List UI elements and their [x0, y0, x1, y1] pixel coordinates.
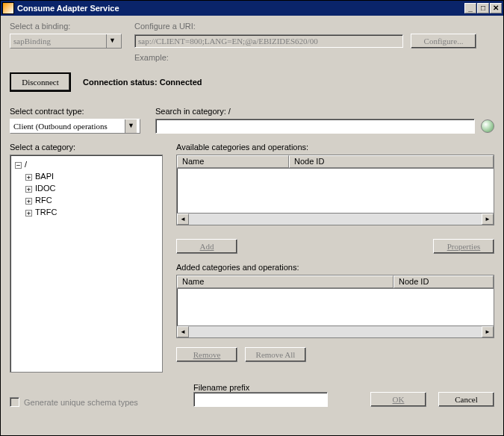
expand-icon[interactable]: + — [25, 186, 32, 193]
expand-icon[interactable]: + — [25, 174, 32, 181]
filename-prefix-field[interactable] — [193, 392, 328, 407]
go-icon[interactable] — [481, 119, 494, 133]
minimize-button[interactable]: _ — [464, 3, 476, 13]
add-button: Add — [176, 239, 237, 254]
select-binding-label: Select a binding: — [10, 22, 125, 31]
tree-node[interactable]: +TRFC — [25, 206, 159, 218]
filename-prefix-label: Filename prefix — [193, 383, 328, 392]
maximize-button[interactable]: □ — [477, 3, 489, 13]
scroll-left-icon[interactable]: ◄ — [177, 326, 189, 337]
column-name[interactable]: Name — [177, 275, 393, 288]
tree-root[interactable]: −/ +BAPI +IDOC +RFC +TRFC — [15, 158, 159, 218]
added-label: Added categories and operations: — [176, 263, 494, 272]
window-title: Consume Adapter Service — [17, 4, 461, 13]
search-category-label: Search in category: / — [155, 107, 494, 116]
unique-schema-checkbox — [10, 397, 19, 407]
titlebar: Consume Adapter Service _ □ ✕ — [1, 1, 503, 16]
scroll-right-icon[interactable]: ► — [482, 326, 494, 337]
column-node-id[interactable]: Node ID — [289, 155, 494, 168]
remove-all-button: Remove All — [245, 347, 306, 362]
category-tree[interactable]: −/ +BAPI +IDOC +RFC +TRFC — [10, 155, 163, 373]
properties-button: Properties — [433, 239, 494, 254]
scrollbar[interactable]: ◄ ► — [177, 213, 494, 225]
available-listview[interactable]: Name Node ID ◄ ► — [176, 155, 494, 225]
expand-icon[interactable]: + — [25, 198, 32, 205]
scroll-left-icon[interactable]: ◄ — [177, 214, 189, 225]
ok-button: OK — [370, 392, 426, 407]
configure-uri-label: Configure a URI: — [134, 22, 494, 31]
chevron-down-icon: ▼ — [106, 34, 118, 48]
configure-button: Configure... — [411, 34, 476, 49]
tree-node[interactable]: +BAPI — [25, 170, 159, 182]
scrollbar[interactable]: ◄ ► — [177, 326, 494, 337]
window: Consume Adapter Service _ □ ✕ Select a b… — [0, 0, 504, 436]
select-contract-label: Select contract type: — [10, 107, 140, 116]
uri-field — [134, 34, 403, 48]
available-label: Available categories and operations: — [176, 143, 494, 152]
cancel-button[interactable]: Cancel — [438, 392, 494, 407]
disconnect-button[interactable]: Disconnect — [10, 72, 71, 92]
column-node-id[interactable]: Node ID — [393, 275, 494, 288]
binding-combo: ▼ — [10, 34, 122, 49]
generate-unique-label: Generate unique schema types — [24, 398, 138, 407]
tree-node[interactable]: +RFC — [25, 194, 159, 206]
collapse-icon[interactable]: − — [15, 162, 22, 169]
search-input[interactable] — [155, 119, 475, 134]
connection-status: Connection status: Connected — [83, 78, 202, 87]
example-label: Example: — [134, 53, 494, 62]
remove-button: Remove — [176, 347, 237, 362]
select-category-label: Select a category: — [10, 143, 163, 152]
chevron-down-icon[interactable]: ▼ — [125, 119, 137, 133]
contract-value[interactable] — [10, 120, 125, 132]
close-button[interactable]: ✕ — [490, 3, 502, 13]
binding-value — [10, 35, 106, 47]
scroll-right-icon[interactable]: ► — [482, 214, 494, 225]
tree-node[interactable]: +IDOC — [25, 182, 159, 194]
app-icon — [2, 2, 14, 14]
added-listview[interactable]: Name Node ID ◄ ► — [176, 275, 494, 338]
expand-icon[interactable]: + — [25, 210, 32, 217]
column-name[interactable]: Name — [177, 155, 289, 168]
contract-combo[interactable]: ▼ — [10, 119, 140, 134]
